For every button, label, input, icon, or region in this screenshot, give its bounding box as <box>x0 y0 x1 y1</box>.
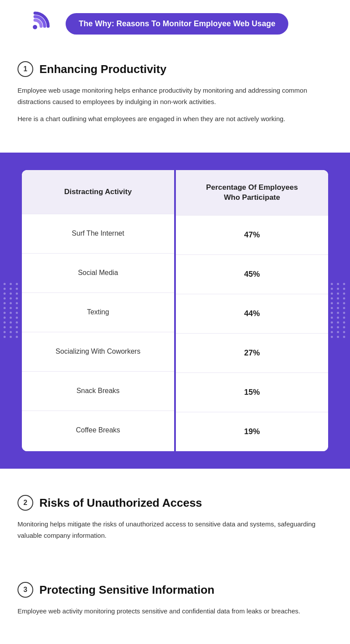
section-2-title: Risks of Unauthorized Access <box>39 496 202 510</box>
section-1: 1 Enhancing Productivity Employee web us… <box>0 48 350 139</box>
section-2-heading: 2 Risks of Unauthorized Access <box>18 495 332 511</box>
row-4-activity: Socializing With Coworkers <box>22 332 174 371</box>
row-3-pct: 44% <box>176 294 328 333</box>
row-1-activity: Surf The Internet <box>22 214 174 253</box>
row-1-pct: 47% <box>176 215 328 254</box>
page-title: The Why: Reasons To Monitor Employee Web… <box>66 13 288 35</box>
row-5-activity: Snack Breaks <box>22 371 174 411</box>
row-2-pct: 45% <box>176 254 328 294</box>
col-activity-header: Distracting Activity <box>22 170 174 214</box>
section-2-body: Monitoring helps mitigate the risks of u… <box>18 519 332 541</box>
row-6-activity: Coffee Breaks <box>22 411 174 450</box>
dots-right <box>331 283 346 338</box>
header: The Why: Reasons To Monitor Employee Web… <box>0 0 350 48</box>
row-2-activity: Social Media <box>22 253 174 292</box>
row-4-pct: 27% <box>176 333 328 372</box>
col-percentage-header: Percentage Of EmployeesWho Participate <box>176 170 328 216</box>
col-percentage: Percentage Of EmployeesWho Participate 4… <box>174 170 328 452</box>
section-1-title: Enhancing Productivity <box>39 63 166 76</box>
section-2-number: 2 <box>18 495 33 511</box>
section-1-number: 1 <box>18 61 33 77</box>
logo-icon <box>18 9 52 44</box>
section-1-heading: 1 Enhancing Productivity <box>18 61 332 77</box>
section-1-body1: Employee web usage monitoring helps enha… <box>18 85 332 107</box>
row-6-pct: 19% <box>176 412 328 451</box>
section-3-body: Employee web activity monitoring protect… <box>18 606 332 617</box>
section-2: 2 Risks of Unauthorized Access Monitorin… <box>0 482 350 556</box>
chart-section: Distracting Activity Surf The Internet S… <box>0 153 350 469</box>
section-3-number: 3 <box>18 582 33 598</box>
col-activity: Distracting Activity Surf The Internet S… <box>22 170 174 452</box>
activity-table: Distracting Activity Surf The Internet S… <box>22 170 328 452</box>
section-3-title: Protecting Sensitive Information <box>39 583 214 597</box>
svg-point-0 <box>33 25 37 29</box>
section-3: 3 Protecting Sensitive Information Emplo… <box>0 569 350 632</box>
section-3-heading: 3 Protecting Sensitive Information <box>18 582 332 598</box>
dots-left <box>4 283 19 338</box>
row-3-activity: Texting <box>22 292 174 332</box>
row-5-pct: 15% <box>176 372 328 412</box>
section-1-body2: Here is a chart outlining what employees… <box>18 113 332 125</box>
